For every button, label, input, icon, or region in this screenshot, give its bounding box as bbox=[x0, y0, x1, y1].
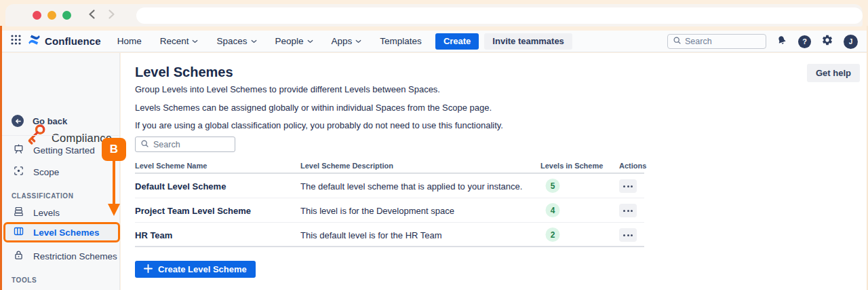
scheme-name: Project Team Level Scheme bbox=[135, 206, 251, 216]
row-actions-button[interactable] bbox=[619, 204, 637, 217]
nav-item-home[interactable]: Home bbox=[117, 36, 142, 46]
sidebar-item-level-schemes[interactable]: Level Schemes bbox=[3, 222, 120, 242]
create-level-scheme-button[interactable]: Create Level Scheme bbox=[135, 261, 256, 278]
search-icon bbox=[140, 139, 149, 151]
logo-wordmark: Confluence bbox=[45, 35, 101, 47]
scheme-name: HR Team bbox=[135, 230, 172, 240]
browser-forward-icon[interactable] bbox=[107, 9, 116, 22]
table-search-input[interactable] bbox=[153, 140, 230, 149]
nav-item-people[interactable]: People bbox=[275, 36, 313, 46]
easel-icon bbox=[13, 143, 24, 158]
create-button[interactable]: Create bbox=[435, 33, 479, 50]
get-help-button[interactable]: Get help bbox=[807, 64, 860, 82]
level-schemes-table: Level Scheme Name Level Scheme Descripti… bbox=[135, 160, 644, 247]
sidebar-item-levels[interactable]: Levels bbox=[6, 203, 117, 222]
table-search[interactable] bbox=[135, 137, 235, 152]
scheme-description: The default level scheme that is applied… bbox=[300, 181, 522, 192]
global-search[interactable] bbox=[667, 34, 766, 49]
user-avatar[interactable]: J bbox=[844, 35, 858, 49]
scheme-description: This default level is for the HR Team bbox=[300, 230, 442, 240]
sidebar: Compliance Go back Getting Started Scope… bbox=[2, 53, 120, 290]
sidebar-section-tools: TOOLS bbox=[12, 276, 37, 284]
chevron-down-icon bbox=[251, 39, 257, 43]
table-row: Project Team Level Scheme This level is … bbox=[135, 198, 644, 223]
chevron-down-icon bbox=[355, 39, 361, 43]
sidebar-item-restriction-schemes[interactable]: Restriction Schemes bbox=[6, 247, 117, 266]
sidebar-item-getting-started[interactable]: Getting Started bbox=[6, 141, 117, 160]
nav-item-recent[interactable]: Recent bbox=[160, 36, 199, 46]
global-search-input[interactable] bbox=[685, 37, 761, 46]
description-paragraph: Group Levels into Level Schemes to provi… bbox=[135, 84, 440, 94]
annotation-arrow-line bbox=[113, 161, 115, 204]
notifications-bell-icon[interactable] bbox=[774, 33, 790, 50]
top-navigation-bar: Confluence Home Recent Spaces People App… bbox=[2, 31, 867, 52]
levels-count-badge: 5 bbox=[546, 179, 560, 193]
nav-item-apps[interactable]: Apps bbox=[332, 36, 362, 46]
minimize-window-icon[interactable] bbox=[47, 11, 56, 20]
window-controls bbox=[33, 11, 71, 20]
annotation-arrow-head-icon bbox=[108, 204, 120, 216]
column-header-levels: Levels in Scheme bbox=[540, 162, 603, 170]
column-header-name: Level Scheme Name bbox=[135, 162, 207, 170]
browser-back-icon[interactable] bbox=[87, 9, 96, 22]
chevron-down-icon bbox=[307, 39, 313, 43]
levels-count-badge: 4 bbox=[546, 203, 560, 217]
annotation-marker-b: B bbox=[102, 138, 126, 161]
stacked-layers-icon bbox=[13, 206, 24, 220]
row-actions-button[interactable] bbox=[619, 228, 637, 242]
arrow-left-icon bbox=[12, 115, 24, 127]
table-row: HR Team This default level is for the HR… bbox=[135, 223, 644, 247]
lock-icon bbox=[13, 249, 24, 264]
row-actions-button[interactable] bbox=[619, 179, 637, 193]
sidebar-item-scope[interactable]: Scope bbox=[6, 162, 117, 181]
nav-item-templates[interactable]: Templates bbox=[380, 36, 422, 46]
app-switcher-icon[interactable] bbox=[11, 35, 21, 48]
sidebar-section-classification: CLASSIFICATION bbox=[12, 192, 74, 200]
columns-book-icon bbox=[13, 225, 24, 240]
table-header: Level Scheme Name Level Scheme Descripti… bbox=[135, 160, 644, 174]
description-paragraph: Levels Schemes can be assigned globally … bbox=[135, 103, 492, 113]
url-bar[interactable] bbox=[136, 7, 863, 24]
levels-count-badge: 2 bbox=[546, 228, 560, 242]
scheme-description: This level is for the Development space bbox=[300, 206, 454, 216]
close-window-icon[interactable] bbox=[33, 11, 41, 20]
search-icon bbox=[673, 35, 682, 48]
confluence-logo[interactable]: Confluence bbox=[28, 33, 101, 49]
chevron-down-icon bbox=[192, 39, 198, 43]
settings-gear-icon[interactable] bbox=[821, 34, 833, 49]
nav-item-spaces[interactable]: Spaces bbox=[216, 36, 256, 46]
plus-icon bbox=[144, 264, 153, 275]
scheme-name: Default Level Scheme bbox=[135, 181, 226, 192]
main-content: Level Schemes Get help Group Levels into… bbox=[121, 53, 867, 290]
scope-target-icon bbox=[13, 165, 24, 179]
column-header-actions: Actions bbox=[619, 162, 646, 170]
confluence-mark-icon bbox=[28, 33, 41, 49]
page-title: Level Schemes bbox=[135, 65, 233, 80]
table-row: Default Level Scheme The default level s… bbox=[135, 174, 644, 198]
help-icon[interactable]: ? bbox=[798, 35, 811, 48]
invite-teammates-button[interactable]: Invite teammates bbox=[484, 33, 572, 50]
column-header-description: Level Scheme Description bbox=[300, 162, 393, 170]
description-paragraph: If you are using a global classification… bbox=[135, 120, 503, 130]
browser-chrome bbox=[5, 4, 863, 26]
go-back-button[interactable]: Go back bbox=[12, 115, 67, 127]
maximize-window-icon[interactable] bbox=[62, 11, 71, 20]
